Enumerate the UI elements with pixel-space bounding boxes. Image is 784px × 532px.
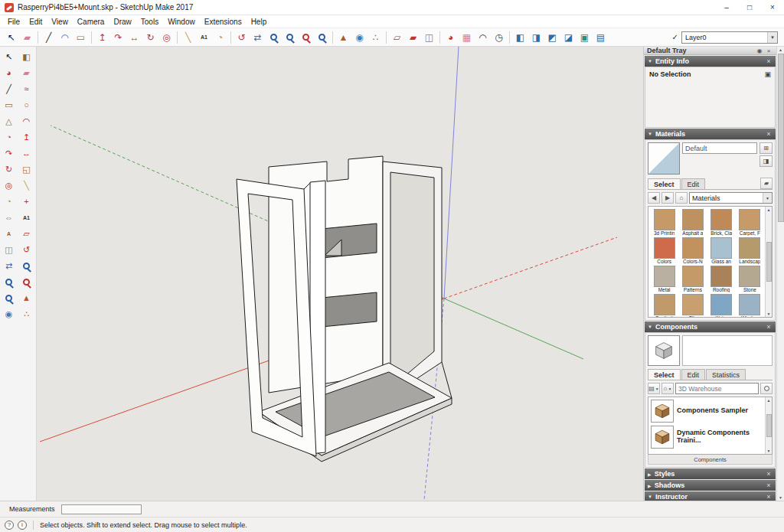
zoom-previous-tool-button[interactable] <box>1 290 17 305</box>
move-button[interactable]: ↔ <box>126 29 142 45</box>
rotate-button[interactable]: ↻ <box>142 29 158 45</box>
zoom-button[interactable] <box>266 29 282 45</box>
section-display-tool-button[interactable]: ◫ <box>1 242 17 257</box>
text-tool-button[interactable]: A1 <box>18 210 34 225</box>
zoom-extents-tool-button[interactable] <box>18 274 34 289</box>
pan-tool-button[interactable]: ⇄ <box>1 258 17 273</box>
look-around-button[interactable]: ◉ <box>351 29 368 45</box>
dimension-button[interactable]: A1 <box>196 29 212 45</box>
line-button[interactable]: ╱ <box>41 29 57 45</box>
3d-warehouse-button[interactable]: ◧ <box>512 29 528 45</box>
scroll-down-icon[interactable]: ▼ <box>767 449 771 453</box>
material-name-field[interactable]: Default <box>682 142 757 154</box>
tape-measure-tool-button[interactable]: ╲ <box>18 178 34 193</box>
in-model-home-icon[interactable]: ⌂ <box>675 192 688 204</box>
paint-bucket-tool-button[interactable]: ◕ <box>1 65 17 80</box>
freehand-tool-button[interactable]: ≈ <box>18 81 34 96</box>
offset-button[interactable]: ◎ <box>158 29 175 45</box>
section-fill-button[interactable]: ▰ <box>405 29 421 45</box>
menu-item[interactable]: View <box>47 16 73 28</box>
styles-button[interactable]: ◠ <box>475 29 491 45</box>
material-item[interactable]: Patterns <box>678 265 707 293</box>
lock-icon[interactable]: ▣ <box>764 70 771 78</box>
shadows-close-icon[interactable]: × <box>765 481 773 489</box>
components-tab[interactable]: Select <box>648 369 681 380</box>
position-camera-tool-button[interactable]: ▲ <box>18 290 34 305</box>
section-display-button[interactable]: ◫ <box>421 29 437 45</box>
material-item[interactable]: Landscap <box>736 237 764 265</box>
material-item[interactable]: Colors <box>650 237 678 265</box>
model-pi-mount[interactable] <box>237 156 452 462</box>
shadows-header[interactable]: ▶ Shadows × <box>645 480 776 491</box>
viewport-3d[interactable] <box>37 47 643 501</box>
zoom-tool-button[interactable] <box>18 258 34 273</box>
orbit-tool-button[interactable]: ↺ <box>18 242 34 257</box>
follow-me-tool-button[interactable]: ↷ <box>1 145 17 161</box>
menu-item[interactable]: Window <box>163 16 200 28</box>
follow-me-button[interactable]: ↷ <box>110 29 126 45</box>
trimble-connect-button[interactable]: ▣ <box>577 29 593 45</box>
scroll-up-icon[interactable]: ▲ <box>767 398 771 403</box>
components-scrollbar[interactable]: ▲ ▼ <box>765 397 772 454</box>
materials-tab[interactable]: Edit <box>681 178 706 189</box>
in-model-home-icon[interactable]: ⌂▼ <box>662 383 674 394</box>
component-item[interactable]: Components Sampler <box>651 400 764 423</box>
back-arrow-icon[interactable]: ◀ <box>648 192 660 204</box>
materials-collection-select[interactable]: Materials ▼ <box>689 192 773 204</box>
materials-tab[interactable]: Select <box>648 178 681 189</box>
rectangle-tool-button[interactable]: ▭ <box>1 97 17 113</box>
menu-item[interactable]: Draw <box>109 16 136 28</box>
pin-icon[interactable]: ◉ <box>755 47 764 54</box>
arc-button[interactable]: ◠ <box>57 29 73 45</box>
scroll-up-icon[interactable]: ▲ <box>767 207 771 212</box>
menu-item[interactable]: Edit <box>24 16 47 28</box>
zoom-window-tool-button[interactable] <box>1 274 17 289</box>
menu-item[interactable]: Help <box>247 16 272 28</box>
components-tab[interactable]: Statistics <box>706 369 746 380</box>
move-tool-button[interactable]: ↔ <box>18 145 34 161</box>
orbit-button[interactable]: ↺ <box>234 29 250 45</box>
zoom-extents-button[interactable] <box>298 29 314 45</box>
select-tool-button[interactable]: ↖ <box>1 49 17 64</box>
look-around-tool-button[interactable]: ◉ <box>1 306 17 321</box>
time-button[interactable]: ◷ <box>491 29 507 45</box>
menu-item[interactable]: File <box>3 16 24 28</box>
menu-item[interactable]: Extensions <box>200 16 247 28</box>
arc-tool-button[interactable]: ◠ <box>18 113 34 129</box>
offset-tool-button[interactable]: ◎ <box>1 178 17 193</box>
material-item[interactable]: Brick, Cla <box>707 208 736 237</box>
measurements-input[interactable] <box>61 504 142 514</box>
material-item[interactable]: Syntheti <box>650 293 678 318</box>
eraser-button[interactable]: ▰ <box>19 29 35 45</box>
minimize-button[interactable]: – <box>715 0 738 15</box>
claim-status-icon[interactable]: ? <box>5 521 14 530</box>
material-item[interactable]: Carpet, F <box>736 208 764 237</box>
menu-item[interactable]: Tools <box>136 16 163 28</box>
styles-header[interactable]: ▶ Styles × <box>645 468 776 479</box>
zoom-previous-button[interactable] <box>314 29 330 45</box>
section-plane-button[interactable]: ▱ <box>389 29 405 45</box>
paint-bucket-button[interactable]: ◕ <box>443 29 459 45</box>
line-tool-button[interactable]: ╱ <box>1 81 17 96</box>
maximize-button[interactable]: □ <box>738 0 761 15</box>
material-item[interactable]: Glass an <box>707 237 736 265</box>
polygon-tool-button[interactable]: △ <box>1 113 17 129</box>
walk-button[interactable]: ∴ <box>368 29 384 45</box>
view-options-button[interactable]: ▤▼ <box>648 383 660 394</box>
make-component-button[interactable]: ◧ <box>18 49 34 64</box>
material-item[interactable]: Window <box>736 293 764 318</box>
layer-select[interactable]: Layer0 ▼ <box>681 31 778 44</box>
forward-arrow-icon[interactable]: ▶ <box>662 192 674 204</box>
sample-paint-button[interactable]: ▰ <box>760 178 773 189</box>
component-item[interactable]: Dynamic Components Traini... <box>651 426 764 449</box>
material-item[interactable]: Colors-N <box>678 237 707 265</box>
scale-tool-button[interactable]: ◱ <box>18 162 34 177</box>
components-header[interactable]: ▼ Components × <box>645 321 776 332</box>
component-browser-button[interactable]: ▤ <box>593 29 609 45</box>
material-item[interactable]: Water <box>707 293 736 318</box>
search-icon[interactable] <box>760 383 773 394</box>
materials-close-icon[interactable]: × <box>765 130 773 138</box>
scrollbar-thumb[interactable] <box>766 242 772 282</box>
axes-tool-button[interactable]: + <box>18 194 34 209</box>
styles-close-icon[interactable]: × <box>765 470 773 478</box>
